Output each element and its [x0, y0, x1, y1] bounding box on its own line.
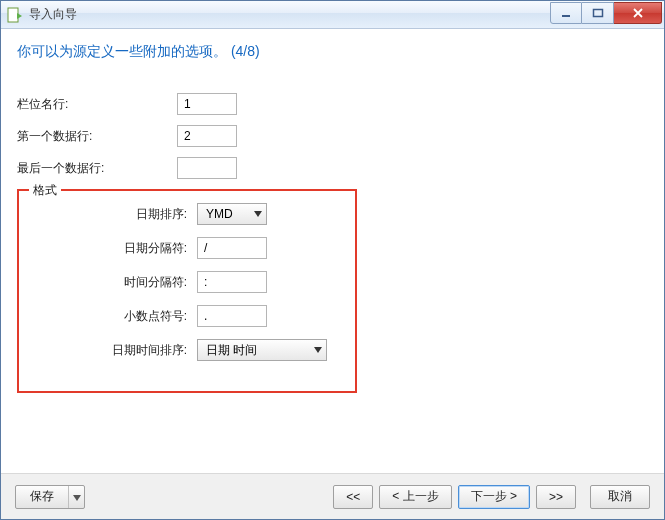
date-sep-label: 日期分隔符:: [27, 240, 197, 257]
time-sep-label: 时间分隔符:: [27, 274, 197, 291]
footer: 保存 << < 上一步 下一步 > >> 取消: [1, 473, 664, 519]
time-sep-input[interactable]: [197, 271, 267, 293]
first-data-row-input[interactable]: [177, 125, 237, 147]
window-buttons: [550, 2, 662, 24]
col-name-row-label: 栏位名行:: [17, 96, 177, 113]
save-button-label: 保存: [16, 486, 68, 508]
save-button[interactable]: 保存: [15, 485, 85, 509]
chevron-down-icon: [314, 347, 322, 353]
content-area: 你可以为源定义一些附加的选项。 (4/8) 栏位名行: 第一个数据行: 最后一个…: [1, 29, 664, 473]
cancel-button-label: 取消: [608, 488, 632, 505]
first-button-label: <<: [346, 490, 360, 504]
last-button-label: >>: [549, 490, 563, 504]
first-button[interactable]: <<: [333, 485, 373, 509]
field-last-data-row: 最后一个数据行:: [17, 157, 648, 179]
svg-rect-2: [593, 10, 602, 17]
titlebar: 导入向导: [1, 1, 664, 29]
svg-rect-0: [8, 8, 18, 22]
prev-button[interactable]: < 上一步: [379, 485, 451, 509]
maximize-button[interactable]: [582, 2, 614, 24]
date-order-dropdown[interactable]: YMD: [197, 203, 267, 225]
page-heading: 你可以为源定义一些附加的选项。 (4/8): [17, 43, 648, 61]
datetime-order-value: 日期 时间: [206, 342, 257, 359]
cancel-button[interactable]: 取消: [590, 485, 650, 509]
row-date-order: 日期排序: YMD: [27, 203, 343, 225]
row-datetime-order: 日期时间排序: 日期 时间: [27, 339, 343, 361]
last-data-row-input[interactable]: [177, 157, 237, 179]
datetime-order-label: 日期时间排序:: [27, 342, 197, 359]
chevron-down-icon: [73, 490, 81, 504]
decimal-symbol-input[interactable]: [197, 305, 267, 327]
field-first-data-row: 第一个数据行:: [17, 125, 648, 147]
svg-rect-1: [562, 15, 570, 17]
import-wizard-window: 导入向导 你可以为源定义一些附加的选项。 (4/8) 栏位名行: 第一个数据行:…: [0, 0, 665, 520]
prev-button-label: < 上一步: [392, 488, 438, 505]
app-icon: [7, 7, 23, 23]
last-button[interactable]: >>: [536, 485, 576, 509]
nav-buttons: << < 上一步 下一步 > >> 取消: [333, 485, 650, 509]
chevron-down-icon: [254, 211, 262, 217]
format-legend: 格式: [29, 182, 61, 199]
window-title: 导入向导: [29, 6, 77, 23]
date-order-label: 日期排序:: [27, 206, 197, 223]
next-button-label: 下一步 >: [471, 488, 517, 505]
first-data-row-label: 第一个数据行:: [17, 128, 177, 145]
close-button[interactable]: [614, 2, 662, 24]
row-decimal-symbol: 小数点符号:: [27, 305, 343, 327]
col-name-row-input[interactable]: [177, 93, 237, 115]
minimize-button[interactable]: [550, 2, 582, 24]
date-order-value: YMD: [206, 207, 233, 221]
date-sep-input[interactable]: [197, 237, 267, 259]
row-time-sep: 时间分隔符:: [27, 271, 343, 293]
datetime-order-dropdown[interactable]: 日期 时间: [197, 339, 327, 361]
decimal-symbol-label: 小数点符号:: [27, 308, 197, 325]
next-button[interactable]: 下一步 >: [458, 485, 530, 509]
field-col-name-row: 栏位名行:: [17, 93, 648, 115]
save-button-dropdown[interactable]: [68, 486, 84, 508]
format-group: 格式 日期排序: YMD 日期分隔符: 时间分隔符: 小数点符号:: [17, 189, 357, 393]
row-date-sep: 日期分隔符:: [27, 237, 343, 259]
last-data-row-label: 最后一个数据行:: [17, 160, 177, 177]
